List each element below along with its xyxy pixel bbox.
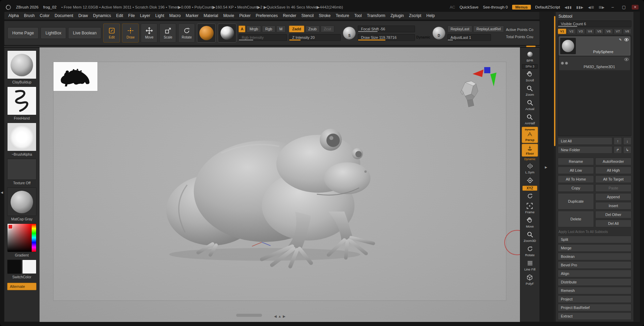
move-mode-button[interactable]: Move [141,24,157,43]
subtool-action-button[interactable]: Merge [558,244,631,252]
m-button[interactable]: M [276,26,286,32]
menu-item[interactable]: Preferences [253,12,280,19]
stroke-selector[interactable] [7,87,36,115]
visibility-tab[interactable]: V7 [614,29,622,34]
menu-item[interactable]: Layer [137,12,153,19]
menu-item[interactable]: Zscript [407,12,424,19]
zcut-button[interactable]: Zcut [321,26,334,32]
menu-item[interactable]: Help [424,12,438,19]
z-intensity-slider[interactable]: Z Intensity 20 [289,34,341,41]
insert-button[interactable]: Insert [595,202,631,209]
panel-divider[interactable]: ▶ [540,12,553,322]
spix-slider[interactable]: SPix 3 [522,64,538,69]
subtool-action-button[interactable]: Project [558,295,631,303]
subtool-up-button[interactable]: ↑ [614,137,622,145]
menu-item[interactable]: Edit [113,12,126,19]
menu-item[interactable]: Macro [167,12,183,19]
replay-last-button[interactable]: ReplayLast [447,26,472,32]
zoom3d-button[interactable]: Zoom3D [524,230,536,244]
aahalf-button[interactable]: AAHalf [525,112,535,126]
menu-item[interactable]: Texture [333,12,352,19]
visibility-tab[interactable]: V1 [558,29,566,34]
menu-item[interactable]: Draw [76,12,90,19]
actual-button[interactable]: Actual [525,98,534,112]
brush-selector[interactable] [7,50,36,79]
visibility-tab[interactable]: V8 [623,29,631,34]
draw-mode-button[interactable]: Draw [122,24,139,43]
radial-symmetry-button[interactable] [526,191,534,201]
visibility-tab[interactable]: V4 [586,29,594,34]
mrgb-button[interactable]: Mrgb [246,26,261,32]
menu-item[interactable]: Material [201,12,221,19]
secondary-color-swatch[interactable] [22,260,36,274]
main-color-swatch[interactable] [7,260,21,274]
polyframe-button[interactable]: PolyF [526,273,534,286]
hue-strip[interactable] [32,224,36,252]
move-to-folder-button[interactable]: ↱ [614,146,622,154]
new-folder-button[interactable]: New Folder [558,146,612,154]
left-tray-handle-icon[interactable]: ◀ [1,191,3,194]
scroll-button[interactable]: Scroll [526,69,534,83]
visibility-tab[interactable]: V3 [577,29,585,34]
menu-item[interactable]: Marker [183,12,201,19]
list-all-button[interactable]: List All [558,137,612,145]
zsub-button[interactable]: Zsub [305,26,320,32]
nav-up-icon[interactable]: ▲ [278,314,281,318]
maximize-button[interactable]: ▢ [620,5,627,10]
rotate-mode-button[interactable]: Rotate [178,24,195,43]
frog-model[interactable] [126,83,415,293]
menu-item[interactable]: Tool [352,12,364,19]
line-fill-button[interactable]: Line Fill [524,259,536,272]
visibility-tab[interactable]: V2 [567,29,576,34]
menu-item[interactable]: Dynamics [90,12,113,19]
current-gradient-preview[interactable] [218,24,236,43]
subtool-action-button[interactable]: Boolean [558,253,631,260]
rename-button[interactable]: Rename [558,158,594,165]
live-boolean-button[interactable]: Live Boolean [68,27,101,39]
local-symmetry-button[interactable]: L.Sym [525,161,535,175]
tray-scroll-left-icon[interactable]: ◀▮▮ [564,5,572,9]
subtool-down-button[interactable]: ↓ [623,137,631,145]
menu-item[interactable]: Brush [21,12,37,19]
rotate-camera-button[interactable]: Rotate [525,244,535,258]
all-high-button[interactable]: All High [595,167,631,174]
reference-image-thumbnail[interactable] [53,62,98,91]
material-selector[interactable] [7,187,36,216]
dock-left-icon[interactable]: ◀⊞ [588,5,594,9]
xyz-symmetry-button[interactable]: XYZ [522,186,537,191]
all-low-button[interactable]: All Low [558,167,594,174]
rgb-button[interactable]: Rgb [262,26,275,32]
all-to-home-button[interactable]: All To Home [558,175,594,183]
paint-icon[interactable]: ✎ [619,38,622,42]
a-toggle-button[interactable]: A [239,26,245,32]
persp-button[interactable]: Dynamic Persp [522,127,538,143]
subtool-action-button[interactable]: Split [558,236,631,243]
replay-last-rel-button[interactable]: ReplayLastRel [473,26,504,32]
minimize-button[interactable]: – [609,5,616,10]
panel-scrollbar-thumb[interactable] [554,16,555,146]
color-picker[interactable] [7,223,36,252]
zoom-button[interactable]: Zoom [526,84,534,97]
lightbox-button[interactable]: LightBox [41,27,66,39]
horizontal-scrollbar[interactable] [236,314,262,317]
visible-count-slider[interactable]: Visible Count 6 [558,20,631,27]
adjust-last-slider[interactable]: AdjustLast 1 [447,34,491,41]
bpr-button[interactable]: BPR [526,50,534,63]
menu-item[interactable]: Document [52,12,76,19]
menu-item[interactable]: File [126,12,137,19]
menu-item[interactable]: Alpha [6,12,21,19]
all-to-target-button[interactable]: All To Target [595,175,631,183]
floor-button[interactable]: Floor [522,144,538,157]
tray-scroll-right-icon[interactable]: ▮▮▶ [576,5,584,9]
eye-icon[interactable] [624,58,629,61]
zadd-button[interactable]: Zadd [289,26,304,32]
sculpt-canvas[interactable] [53,62,506,301]
subtool-action-button[interactable]: Bevel Pro [558,261,631,269]
menu-item[interactable]: Stencil [299,12,316,19]
symmetry-sphere-icon[interactable]: S [343,27,356,40]
draw-size-slider[interactable]: Draw Size 119.78716 [358,34,415,41]
nav-left-icon[interactable]: ◀ [274,314,277,318]
scale-mode-button[interactable]: Scale [159,24,176,43]
del-other-button[interactable]: Del Other [595,211,631,218]
close-button[interactable]: × [632,5,639,10]
